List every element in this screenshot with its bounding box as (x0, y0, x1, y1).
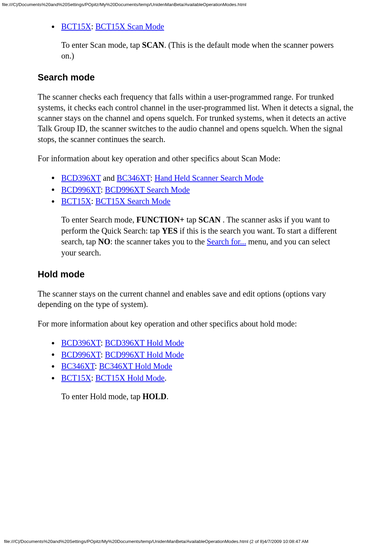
text-bold-yes: YES (162, 226, 178, 235)
link-bcd996xt[interactable]: BCD996XT (61, 350, 101, 359)
text-bold-hold: HOLD (142, 392, 166, 401)
text: To enter Hold mode, tap (61, 392, 142, 401)
text-separator: : (101, 338, 105, 347)
link-bct15x-hold-mode[interactable]: BCT15X Hold Mode (95, 373, 165, 382)
list-item: BCT15X: BCT15X Scan Mode To enter Scan m… (61, 21, 362, 62)
text: : the scanner takes you to the (110, 237, 207, 246)
list-item: BCT15X: BCT15X Search Mode To enter Sear… (61, 196, 362, 258)
link-bcd996xt-hold-mode[interactable]: BCD996XT Hold Mode (105, 350, 184, 359)
text-separator: : (91, 373, 96, 382)
header-file-path: file:///C|/Documents%20and%20Settings/PO… (0, 2, 392, 7)
scan-mode-tail-list: BCT15X: BCT15X Scan Mode To enter Scan m… (38, 21, 362, 62)
link-bct15x[interactable]: BCT15X (61, 22, 91, 31)
heading-hold-mode: Hold mode (38, 269, 362, 280)
heading-search-mode: Search mode (38, 72, 362, 83)
link-bct15x[interactable]: BCT15X (61, 197, 91, 206)
link-search-for[interactable]: Search for... (207, 237, 246, 246)
link-bc346xt[interactable]: BC346XT (117, 173, 150, 182)
text-separator: : (91, 197, 96, 206)
hold-mode-description: The scanner stays on the current channel… (38, 288, 362, 310)
list-item: BC346XT: BC346XT Hold Mode (61, 361, 362, 372)
text-bold-scan: SCAN (142, 40, 164, 49)
text-bold-scan: SCAN (199, 215, 221, 224)
text-separator: : (91, 22, 96, 31)
page: file:///C|/Documents%20and%20Settings/PO… (0, 0, 392, 548)
list-item: BCD396XT: BCD396XT Hold Mode (61, 338, 362, 349)
text-separator: : (101, 350, 105, 359)
text-separator: : (150, 173, 154, 182)
link-bcd996xt[interactable]: BCD996XT (61, 185, 101, 194)
link-bc346xt-hold-mode[interactable]: BC346XT Hold Mode (99, 362, 172, 371)
text: To enter Search mode, (61, 215, 136, 224)
hold-mode-enter-note: To enter Hold mode, tap HOLD. (61, 391, 362, 402)
search-mode-list: BCD396XT and BC346XT: Hand Held Scanner … (38, 173, 362, 259)
text-bold-no: NO (98, 237, 110, 246)
link-bct15x[interactable]: BCT15X (61, 373, 91, 382)
link-bcd996xt-search-mode[interactable]: BCD996XT Search Mode (105, 185, 190, 194)
search-mode-enter-note: To enter Search mode, FUNCTION+ tap SCAN… (61, 214, 362, 259)
list-item: BCD996XT: BCD996XT Search Mode (61, 184, 362, 196)
text: To enter Scan mode, tap (61, 40, 142, 49)
footer-file-path: file:///C|/Documents%20and%20Settings/PO… (2, 539, 309, 544)
list-item: BCD996XT: BCD996XT Hold Mode (61, 349, 362, 361)
text: . (167, 392, 169, 401)
scan-mode-enter-note: To enter Scan mode, tap SCAN. (This is t… (61, 40, 362, 62)
text: and (101, 173, 117, 182)
search-mode-more-info: For information about key operation and … (38, 153, 362, 164)
hold-mode-more-info: For more information about key operation… (38, 318, 362, 329)
text-separator: : (95, 362, 99, 371)
list-item: BCT15X: BCT15X Hold Mode. To enter Hold … (61, 373, 362, 402)
text-separator: : (101, 185, 105, 194)
link-bct15x-search-mode[interactable]: BCT15X Search Mode (95, 197, 170, 206)
link-bct15x-scan-mode[interactable]: BCT15X Scan Mode (95, 22, 164, 31)
link-bcd396xt[interactable]: BCD396XT (61, 173, 101, 182)
link-bcd396xt-hold-mode[interactable]: BCD396XT Hold Mode (105, 338, 184, 347)
hold-mode-list: BCD396XT: BCD396XT Hold Mode BCD996XT: B… (38, 338, 362, 402)
text: . (165, 373, 167, 382)
text: tap (184, 215, 199, 224)
link-handheld-search-mode[interactable]: Hand Held Scanner Search Mode (154, 173, 263, 182)
list-item: BCD396XT and BC346XT: Hand Held Scanner … (61, 173, 362, 184)
search-mode-description: The scanner checks each frequency that f… (38, 92, 362, 144)
link-bcd396xt[interactable]: BCD396XT (61, 338, 101, 347)
document-content: BCT15X: BCT15X Scan Mode To enter Scan m… (0, 7, 392, 402)
text-bold-function: FUNCTION+ (136, 215, 184, 224)
link-bc346xt[interactable]: BC346XT (61, 362, 95, 371)
